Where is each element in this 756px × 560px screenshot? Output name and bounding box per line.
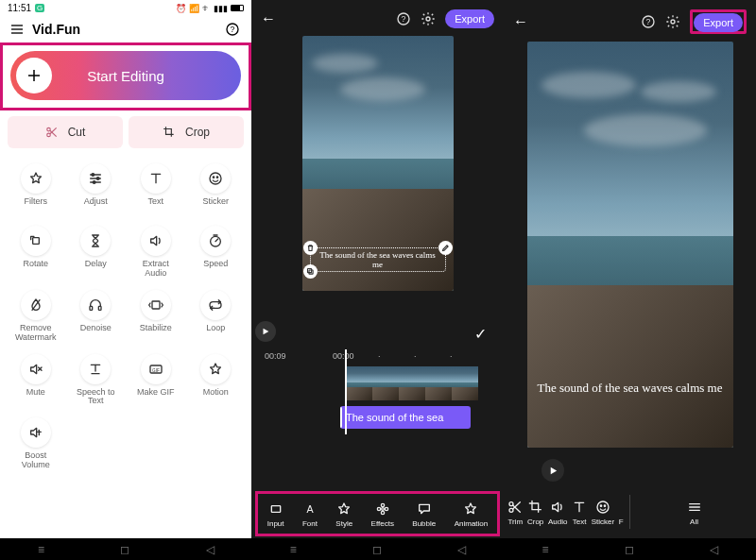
tool-delay[interactable]: Delay	[66, 224, 127, 284]
editor-tool-trim[interactable]: Trim	[507, 499, 523, 526]
final-caption: The sound of the sea waves calms me	[527, 381, 733, 396]
export-button[interactable]: Export	[445, 9, 494, 28]
text-tool-style[interactable]: Style	[335, 501, 352, 528]
tool-boost-volume[interactable]: BoostVolume	[6, 416, 66, 476]
text-overlay-box[interactable]: The sound of the sea waves calms me	[310, 247, 446, 272]
start-editing-button[interactable]: Start Editing	[10, 51, 241, 100]
timeline-text-track[interactable]: || The sound of the sea	[340, 406, 471, 429]
scissors-icon	[507, 499, 523, 516]
svg-point-51	[671, 20, 675, 24]
status-icons: ⏰📶ᯤ▮▮▮	[176, 4, 244, 13]
svg-rect-42	[271, 505, 280, 512]
svg-point-21	[217, 177, 218, 178]
nav-recent-icon[interactable]: ≡	[541, 543, 548, 556]
play-button[interactable]	[255, 321, 276, 342]
tool-text[interactable]: Text	[126, 161, 186, 220]
status-time: 11:51	[8, 3, 31, 13]
smile-icon	[595, 499, 610, 516]
nav-home-icon[interactable]: ◻	[625, 543, 634, 556]
nav-recent-icon[interactable]: ≡	[290, 543, 297, 556]
tool-sticker[interactable]: Sticker	[186, 161, 247, 220]
edit-handle-icon[interactable]	[438, 241, 453, 255]
tool-remove-watermark[interactable]: RemoveWatermark	[6, 288, 66, 348]
help-icon[interactable]: ?	[225, 22, 240, 37]
preview-canvas-final[interactable]: The sound of the sea waves calms me	[527, 42, 733, 448]
status-bar: 11:51 G ⏰📶ᯤ▮▮▮	[0, 0, 251, 16]
rect-icon	[268, 501, 284, 518]
playhead[interactable]	[345, 349, 347, 434]
tool-speed[interactable]: Speed	[186, 224, 247, 284]
nav-recent-icon[interactable]: ≡	[38, 543, 44, 556]
text-tool-effects[interactable]: Effects	[371, 501, 394, 528]
svg-rect-26	[99, 306, 102, 310]
delete-handle-icon[interactable]	[303, 241, 318, 255]
text-toolbar-highlight: InputAFontStyleEffectsBubbleAnimation	[251, 491, 504, 538]
editor-tool-audio[interactable]: Audio	[548, 499, 567, 526]
svg-point-48	[385, 507, 387, 510]
drop-icon	[21, 290, 51, 320]
copy-handle-icon[interactable]	[303, 264, 318, 279]
editor-tool-crop[interactable]: Crop	[527, 499, 543, 526]
editor-tool-text[interactable]: Text	[572, 499, 587, 526]
back-icon[interactable]: ←	[513, 13, 528, 30]
crop-icon	[528, 499, 543, 516]
svg-point-7	[46, 127, 50, 131]
settings-icon[interactable]	[665, 14, 680, 29]
tool-stabilize[interactable]: Stabilize	[126, 288, 186, 348]
plus-icon	[16, 58, 52, 93]
tool-loop[interactable]: Loop	[186, 288, 247, 348]
nav-home-icon[interactable]: ◻	[120, 543, 129, 556]
rotate-icon	[21, 226, 51, 256]
menu-icon[interactable]	[9, 22, 25, 37]
text-tool-animation[interactable]: Animation	[455, 501, 489, 528]
nav-back-icon[interactable]: ◁	[710, 543, 718, 556]
preview-canvas[interactable]: The sound of the sea waves calms me	[302, 36, 454, 291]
speed-icon	[200, 226, 231, 256]
nav-home-icon[interactable]: ◻	[372, 543, 382, 556]
app-header: Vid.Fun ?	[0, 16, 251, 42]
export-button[interactable]: Export	[694, 13, 743, 32]
g-badge: G	[35, 4, 44, 12]
track-grip[interactable]: ||	[340, 406, 342, 429]
svg-point-8	[46, 133, 50, 137]
stabilize-icon	[141, 290, 171, 320]
tool-rotate[interactable]: Rotate	[6, 224, 66, 284]
tool-motion[interactable]: Motion	[186, 352, 247, 413]
editor-tool-f[interactable]: F	[619, 499, 624, 526]
tool-denoise[interactable]: Denoise	[66, 288, 127, 348]
svg-text:GIF: GIF	[152, 367, 160, 372]
text-tool-font[interactable]: AFont	[302, 501, 318, 528]
svg-point-16	[94, 181, 96, 184]
tool-speech-to-text[interactable]: Speech toText	[66, 352, 127, 413]
editor-tool-all[interactable]: All	[687, 499, 702, 526]
help-icon[interactable]: ?	[396, 11, 411, 26]
nav-back-icon[interactable]: ◁	[206, 543, 215, 556]
tool-mute[interactable]: Mute	[6, 352, 66, 413]
help-icon[interactable]: ?	[641, 14, 656, 29]
play-button[interactable]	[541, 459, 564, 482]
A-icon: A	[302, 501, 318, 518]
text-tool-bubble[interactable]: Bubble	[412, 501, 436, 528]
crop-button[interactable]: Crop	[129, 116, 244, 148]
settings-icon[interactable]	[421, 11, 436, 26]
text-tool-input[interactable]: Input	[267, 501, 284, 528]
start-editing-highlight: Start Editing	[0, 42, 251, 110]
svg-text:A: A	[306, 503, 314, 515]
timeline-clip[interactable]	[346, 366, 478, 400]
sliders-icon	[80, 163, 111, 194]
svg-point-47	[377, 507, 380, 510]
svg-text:?: ?	[231, 25, 235, 34]
tool-extract-audio[interactable]: ExtractAudio	[126, 224, 186, 284]
svg-rect-22	[32, 238, 39, 245]
svg-point-59	[600, 505, 601, 506]
tool-adjust[interactable]: Adjust	[66, 161, 127, 220]
svg-point-19	[210, 173, 221, 184]
confirm-icon[interactable]: ✓	[474, 325, 487, 343]
nav-back-icon[interactable]: ◁	[457, 543, 466, 556]
editor-tool-sticker[interactable]: Sticker	[592, 499, 614, 526]
tool-filters[interactable]: Filters	[6, 161, 66, 220]
back-icon[interactable]: ←	[261, 10, 276, 27]
tool-make-gif[interactable]: GIFMake GIF	[126, 352, 186, 413]
cut-button[interactable]: Cut	[8, 116, 123, 148]
svg-point-20	[214, 177, 215, 178]
